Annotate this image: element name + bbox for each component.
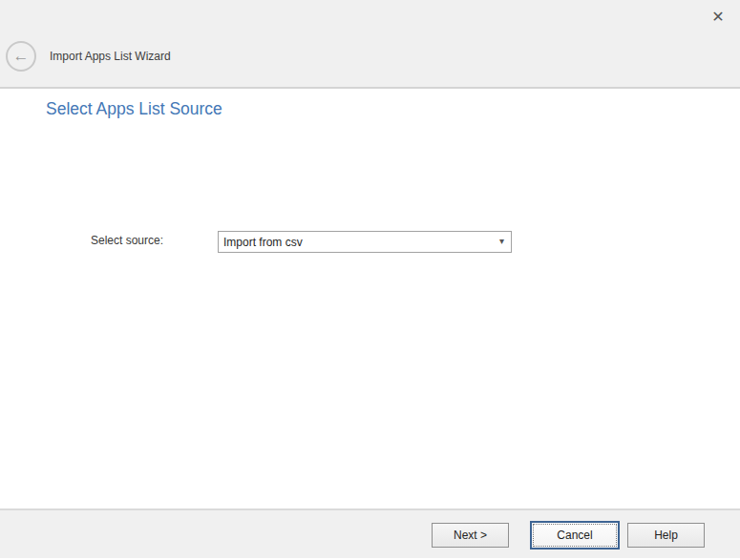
wizard-header: ✕ ← Import Apps List Wizard [0, 0, 740, 89]
wizard-footer: Next > Cancel Help [0, 508, 740, 558]
select-source-label: Select source: [91, 234, 163, 247]
chevron-down-icon: ▾ [499, 237, 504, 246]
close-icon: ✕ [711, 10, 724, 25]
wizard-title: Import Apps List Wizard [50, 50, 171, 63]
page-title: Select Apps List Source [46, 99, 222, 119]
cancel-button-label: Cancel [533, 524, 617, 547]
cancel-button[interactable]: Cancel [530, 521, 620, 550]
source-dropdown[interactable]: Import from csv ▾ [218, 231, 512, 253]
close-button[interactable]: ✕ [705, 4, 731, 31]
back-arrow-icon: ← [13, 48, 30, 64]
wizard-window: ✕ ← Import Apps List Wizard Select Apps … [0, 0, 740, 560]
source-dropdown-value: Import from csv [223, 237, 303, 248]
next-button[interactable]: Next > [432, 523, 509, 548]
back-button[interactable]: ← [6, 41, 36, 72]
help-button[interactable]: Help [627, 523, 705, 548]
wizard-content: Select Apps List Source Select source: I… [0, 89, 740, 508]
